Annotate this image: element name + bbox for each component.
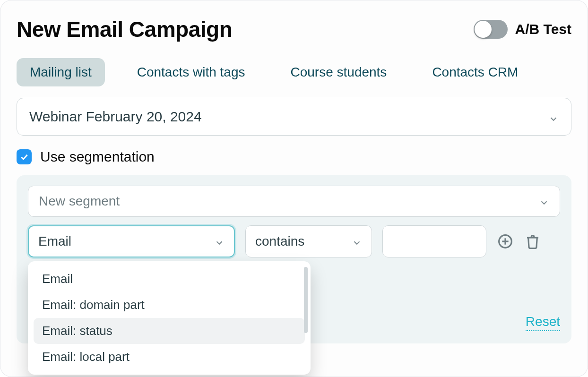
use-segmentation-label: Use segmentation [40,149,155,165]
chevron-down-icon [352,236,362,247]
tabs: Mailing list Contacts with tags Course s… [17,58,571,86]
tab-course-students[interactable]: Course students [277,58,400,86]
chevron-down-icon [548,111,559,122]
mailing-list-select[interactable]: Webinar February 20, 2024 [17,98,571,136]
mailing-list-value: Webinar February 20, 2024 [29,109,202,125]
page-title: New Email Campaign [17,17,232,42]
ab-test-label: A/B Test [515,21,571,37]
rule-operator-select[interactable]: contains [245,225,372,257]
segmentation-row: Use segmentation [17,149,571,165]
ab-test-wrap: A/B Test [474,20,571,39]
check-icon [19,152,29,162]
campaign-card: New Email Campaign A/B Test Mailing list… [0,0,588,377]
rule-field-dropdown: Email Email: domain part Email: status E… [28,261,311,375]
dropdown-list: Email Email: domain part Email: status E… [31,266,308,370]
rule-operator-value: contains [255,234,304,249]
delete-rule-button[interactable] [524,233,541,250]
chevron-down-icon [539,196,549,206]
tab-mailing-list[interactable]: Mailing list [17,58,105,86]
toggle-knob [475,21,492,38]
add-rule-button[interactable] [497,233,514,250]
dropdown-option-email-status[interactable]: Email: status [34,318,305,344]
rule-value-input[interactable] [382,225,486,257]
rule-field-value: Email [38,234,71,249]
dropdown-option-email[interactable]: Email [34,266,305,292]
dropdown-option-email-local-part[interactable]: Email: local part [34,344,305,370]
use-segmentation-checkbox[interactable] [17,149,32,164]
segment-select-placeholder: New segment [39,194,120,209]
dropdown-scrollbar[interactable] [304,267,308,333]
tab-contacts-crm[interactable]: Contacts CRM [419,58,531,86]
chevron-down-icon [214,236,225,247]
segment-select[interactable]: New segment [28,186,560,217]
rule-row: Email contains [28,225,560,257]
dropdown-option-email-domain-part[interactable]: Email: domain part [34,292,305,318]
rule-field-select[interactable]: Email [28,225,235,257]
ab-test-toggle[interactable] [474,20,508,39]
segmentation-panel: New segment Email contains [17,175,571,343]
plus-circle-icon [498,234,513,249]
tab-contacts-with-tags[interactable]: Contacts with tags [124,58,259,86]
reset-link[interactable]: Reset [526,314,560,331]
trash-icon [525,234,540,249]
header-row: New Email Campaign A/B Test [17,17,571,42]
